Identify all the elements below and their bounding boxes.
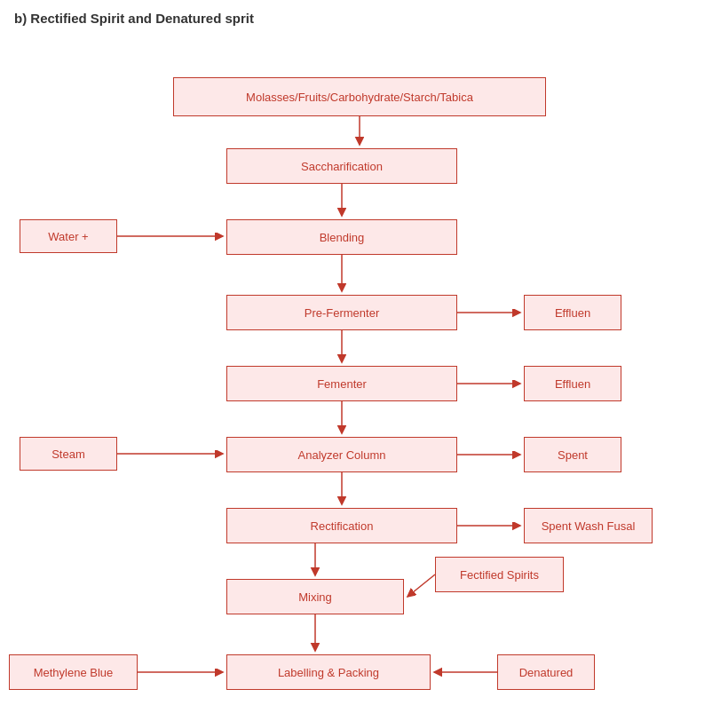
box-effluent1: Effluen <box>524 295 621 330</box>
box-saccharification: Saccharification <box>226 148 457 184</box>
box-methylene-blue: Methylene Blue <box>9 654 138 690</box>
box-denatured: Denatured <box>497 654 595 690</box>
box-fermenter: Fementer <box>226 366 457 401</box>
box-labelling-packing: Labelling & Packing <box>226 654 431 690</box>
svg-line-14 <box>408 574 435 597</box>
box-spent-wash: Spent Wash Fusal <box>524 508 653 543</box>
box-blending: Blending <box>226 219 457 255</box>
page-title: b) Rectified Spirit and Denatured sprit <box>0 0 728 33</box>
box-steam: Steam <box>20 437 117 471</box>
box-fectified-spirits: Fectified Spirits <box>435 557 564 592</box>
diagram-area: Molasses/Fruits/Carbohydrate/Starch/Tabi… <box>0 33 728 708</box>
box-water: Water + <box>20 219 117 253</box>
box-effluent2: Effluen <box>524 366 621 401</box>
box-rectification: Rectification <box>226 508 457 543</box>
box-analyzer-column: Analyzer Column <box>226 437 457 472</box>
box-spent: Spent <box>524 437 621 472</box>
box-molasses: Molasses/Fruits/Carbohydrate/Starch/Tabi… <box>173 77 546 116</box>
box-pre-fermenter: Pre-Fermenter <box>226 295 457 330</box>
box-mixing: Mixing <box>226 579 404 614</box>
